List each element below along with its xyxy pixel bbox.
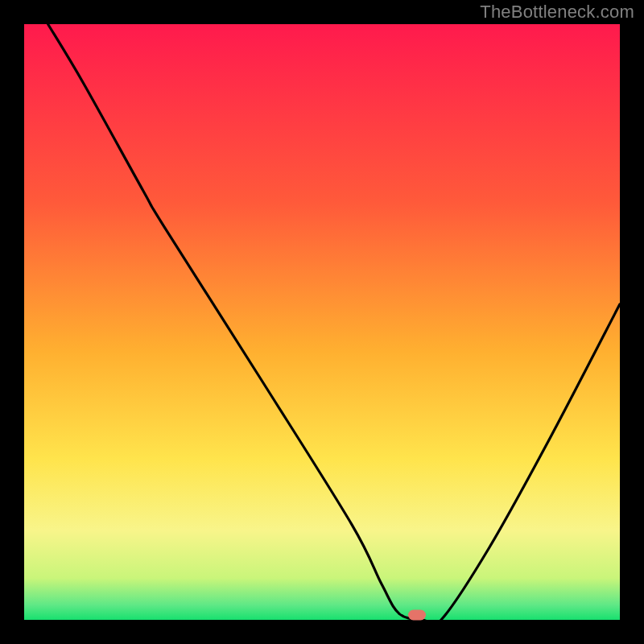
watermark-text: TheBottleneck.com — [480, 2, 634, 23]
plot-area — [24, 24, 620, 620]
chart-frame: TheBottleneck.com — [0, 0, 644, 644]
optimal-point-marker — [408, 610, 426, 621]
bottleneck-curve — [24, 24, 620, 620]
